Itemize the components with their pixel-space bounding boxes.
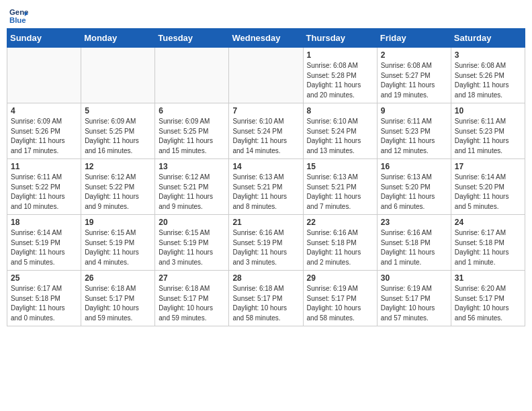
calendar-header-row: SundayMondayTuesdayWednesdayThursdayFrid… [7,29,525,48]
day-number: 22 [307,218,373,227]
calendar-week-row: 11Sunrise: 6:11 AM Sunset: 5:22 PM Dayli… [7,159,525,215]
calendar-cell: 12Sunrise: 6:12 AM Sunset: 5:22 PM Dayli… [81,159,155,215]
calendar-cell: 19Sunrise: 6:15 AM Sunset: 5:19 PM Dayli… [81,215,155,271]
day-number: 10 [455,106,521,116]
day-number: 16 [381,162,447,171]
day-number: 17 [455,162,521,171]
day-info: Sunrise: 6:11 AM Sunset: 5:23 PM Dayligh… [381,117,447,156]
day-number: 2 [381,50,447,60]
page-header: General Blue [7,7,525,26]
day-info: Sunrise: 6:16 AM Sunset: 5:19 PM Dayligh… [232,228,299,267]
day-number: 29 [307,273,373,283]
calendar-cell: 10Sunrise: 6:11 AM Sunset: 5:23 PM Dayli… [451,103,525,159]
day-info: Sunrise: 6:19 AM Sunset: 5:17 PM Dayligh… [307,284,373,323]
calendar-cell: 8Sunrise: 6:10 AM Sunset: 5:24 PM Daylig… [303,103,377,159]
day-number: 5 [85,106,151,116]
calendar-cell: 11Sunrise: 6:11 AM Sunset: 5:22 PM Dayli… [7,159,81,215]
column-header-wednesday: Wednesday [229,29,303,48]
day-number: 18 [11,218,77,227]
calendar-cell: 29Sunrise: 6:19 AM Sunset: 5:17 PM Dayli… [303,271,377,326]
calendar-cell: 30Sunrise: 6:19 AM Sunset: 5:17 PM Dayli… [377,271,451,326]
day-number: 23 [381,218,447,227]
day-number: 25 [11,273,77,283]
day-info: Sunrise: 6:18 AM Sunset: 5:17 PM Dayligh… [159,284,225,323]
day-info: Sunrise: 6:16 AM Sunset: 5:18 PM Dayligh… [307,228,373,267]
day-info: Sunrise: 6:13 AM Sunset: 5:21 PM Dayligh… [232,173,299,212]
day-number: 31 [455,273,521,283]
day-number: 15 [307,162,373,171]
day-info: Sunrise: 6:20 AM Sunset: 5:17 PM Dayligh… [455,284,521,323]
calendar-cell: 17Sunrise: 6:14 AM Sunset: 5:20 PM Dayli… [451,159,525,215]
calendar-cell [81,48,155,103]
day-info: Sunrise: 6:11 AM Sunset: 5:23 PM Dayligh… [455,117,521,156]
calendar-cell [155,48,229,103]
calendar-cell: 1Sunrise: 6:08 AM Sunset: 5:28 PM Daylig… [303,48,377,103]
day-number: 3 [455,50,521,60]
day-info: Sunrise: 6:10 AM Sunset: 5:24 PM Dayligh… [307,117,373,156]
day-info: Sunrise: 6:19 AM Sunset: 5:17 PM Dayligh… [381,284,447,323]
day-number: 21 [232,218,299,227]
day-info: Sunrise: 6:15 AM Sunset: 5:19 PM Dayligh… [85,228,151,267]
calendar-cell: 15Sunrise: 6:13 AM Sunset: 5:21 PM Dayli… [303,159,377,215]
day-info: Sunrise: 6:12 AM Sunset: 5:22 PM Dayligh… [85,173,151,212]
day-number: 12 [85,162,151,171]
column-header-tuesday: Tuesday [155,29,229,48]
calendar-week-row: 4Sunrise: 6:09 AM Sunset: 5:26 PM Daylig… [7,103,525,159]
day-info: Sunrise: 6:08 AM Sunset: 5:27 PM Dayligh… [381,61,447,100]
day-number: 27 [159,273,225,283]
day-info: Sunrise: 6:18 AM Sunset: 5:17 PM Dayligh… [232,284,299,323]
calendar-cell: 6Sunrise: 6:09 AM Sunset: 5:25 PM Daylig… [155,103,229,159]
day-info: Sunrise: 6:17 AM Sunset: 5:18 PM Dayligh… [455,228,521,267]
day-info: Sunrise: 6:10 AM Sunset: 5:24 PM Dayligh… [232,117,299,156]
day-number: 8 [307,106,373,116]
day-number: 9 [381,106,447,116]
day-number: 7 [232,106,299,116]
calendar-cell: 16Sunrise: 6:13 AM Sunset: 5:20 PM Dayli… [377,159,451,215]
day-number: 4 [11,106,77,116]
svg-text:Blue: Blue [9,16,26,24]
day-info: Sunrise: 6:14 AM Sunset: 5:19 PM Dayligh… [11,228,77,267]
calendar-cell: 21Sunrise: 6:16 AM Sunset: 5:19 PM Dayli… [229,215,303,271]
day-number: 14 [232,162,299,171]
day-number: 6 [159,106,225,116]
logo-icon: General Blue [9,7,28,26]
calendar-cell: 20Sunrise: 6:15 AM Sunset: 5:19 PM Dayli… [155,215,229,271]
calendar-cell: 9Sunrise: 6:11 AM Sunset: 5:23 PM Daylig… [377,103,451,159]
calendar-cell: 23Sunrise: 6:16 AM Sunset: 5:18 PM Dayli… [377,215,451,271]
calendar-cell: 31Sunrise: 6:20 AM Sunset: 5:17 PM Dayli… [451,271,525,326]
calendar-cell: 22Sunrise: 6:16 AM Sunset: 5:18 PM Dayli… [303,215,377,271]
day-info: Sunrise: 6:14 AM Sunset: 5:20 PM Dayligh… [455,173,521,212]
calendar-cell: 13Sunrise: 6:12 AM Sunset: 5:21 PM Dayli… [155,159,229,215]
day-number: 28 [232,273,299,283]
calendar-cell: 27Sunrise: 6:18 AM Sunset: 5:17 PM Dayli… [155,271,229,326]
day-number: 24 [455,218,521,227]
day-info: Sunrise: 6:11 AM Sunset: 5:22 PM Dayligh… [11,173,77,212]
day-number: 26 [85,273,151,283]
day-info: Sunrise: 6:18 AM Sunset: 5:17 PM Dayligh… [85,284,151,323]
day-number: 20 [159,218,225,227]
calendar-week-row: 25Sunrise: 6:17 AM Sunset: 5:18 PM Dayli… [7,271,525,326]
day-info: Sunrise: 6:08 AM Sunset: 5:26 PM Dayligh… [455,61,521,100]
day-number: 19 [85,218,151,227]
column-header-sunday: Sunday [7,29,81,48]
calendar-cell: 18Sunrise: 6:14 AM Sunset: 5:19 PM Dayli… [7,215,81,271]
calendar-cell [229,48,303,103]
column-header-saturday: Saturday [451,29,525,48]
calendar-cell: 26Sunrise: 6:18 AM Sunset: 5:17 PM Dayli… [81,271,155,326]
day-number: 11 [11,162,77,171]
calendar-cell: 7Sunrise: 6:10 AM Sunset: 5:24 PM Daylig… [229,103,303,159]
column-header-friday: Friday [377,29,451,48]
day-info: Sunrise: 6:15 AM Sunset: 5:19 PM Dayligh… [159,228,225,267]
day-info: Sunrise: 6:13 AM Sunset: 5:20 PM Dayligh… [381,173,447,212]
calendar-week-row: 18Sunrise: 6:14 AM Sunset: 5:19 PM Dayli… [7,215,525,271]
calendar-cell: 25Sunrise: 6:17 AM Sunset: 5:18 PM Dayli… [7,271,81,326]
day-info: Sunrise: 6:09 AM Sunset: 5:25 PM Dayligh… [159,117,225,156]
day-info: Sunrise: 6:09 AM Sunset: 5:25 PM Dayligh… [85,117,151,156]
column-header-monday: Monday [81,29,155,48]
calendar-cell: 14Sunrise: 6:13 AM Sunset: 5:21 PM Dayli… [229,159,303,215]
column-header-thursday: Thursday [303,29,377,48]
day-info: Sunrise: 6:16 AM Sunset: 5:18 PM Dayligh… [381,228,447,267]
calendar-cell: 2Sunrise: 6:08 AM Sunset: 5:27 PM Daylig… [377,48,451,103]
day-info: Sunrise: 6:17 AM Sunset: 5:18 PM Dayligh… [11,284,77,323]
day-number: 30 [381,273,447,283]
